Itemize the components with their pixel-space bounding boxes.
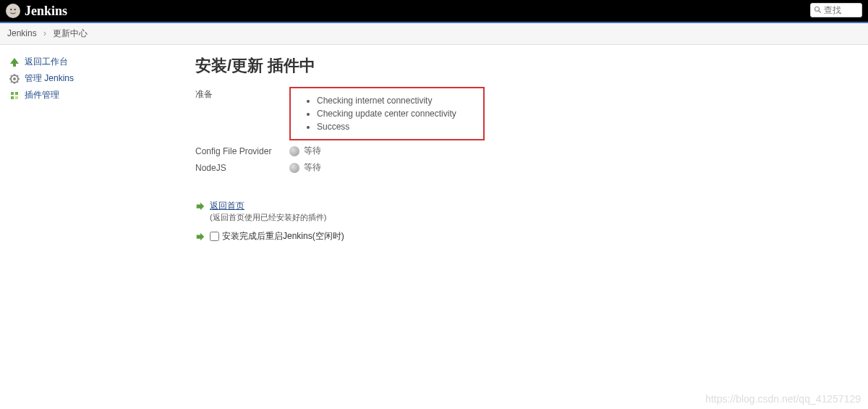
svg-point-6	[13, 77, 16, 80]
prepare-row: 准备 Checking internet connectivity Checki…	[195, 87, 861, 140]
top-bar: Jenkins	[0, 0, 868, 22]
svg-point-0	[7, 5, 19, 17]
restart-checkbox[interactable]	[210, 232, 219, 241]
prepare-status-box: Checking internet connectivity Checking …	[289, 87, 485, 140]
svg-point-3	[815, 7, 820, 12]
spinner-icon	[289, 146, 299, 156]
search-input[interactable]	[822, 5, 859, 15]
gear-icon	[9, 73, 20, 85]
back-home-sub: (返回首页使用已经安装好的插件)	[210, 213, 326, 222]
prepare-item: Checking update center connectivity	[317, 107, 472, 120]
plugin-status: 等待	[304, 161, 321, 174]
install-row: NodeJS 等待	[195, 161, 861, 174]
search-icon	[814, 6, 822, 14]
prepare-label: 准备	[195, 87, 289, 101]
page-title: 安装/更新 插件中	[195, 55, 861, 77]
install-row: Config File Provider 等待	[195, 145, 861, 157]
back-home-row: 返回首页 (返回首页使用已经安装好的插件)	[195, 200, 861, 223]
sidebar-item-manage-jenkins[interactable]: 管理 Jenkins	[6, 70, 182, 87]
breadcrumb-item-update-center[interactable]: 更新中心	[53, 28, 88, 38]
breadcrumb-item-jenkins[interactable]: Jenkins	[7, 28, 37, 38]
up-arrow-icon	[9, 56, 20, 68]
svg-rect-8	[15, 92, 18, 95]
search-box[interactable]	[810, 3, 862, 17]
logo-text: Jenkins	[25, 4, 67, 19]
restart-row: 安装完成后重启Jenkins(空闲时)	[195, 230, 861, 243]
sidebar-item-label: 管理 Jenkins	[25, 72, 74, 85]
plugin-name: Config File Provider	[195, 145, 289, 156]
restart-checkbox-label: 安装完成后重启Jenkins(空闲时)	[222, 230, 344, 243]
spinner-icon	[289, 163, 299, 173]
sidebar-item-label: 插件管理	[25, 89, 59, 101]
jenkins-logo-icon	[6, 4, 20, 18]
svg-rect-9	[11, 96, 14, 99]
svg-rect-7	[11, 92, 14, 95]
sidebar-item-label: 返回工作台	[25, 56, 68, 68]
right-arrow-icon	[195, 232, 205, 242]
back-home-link[interactable]: 返回首页	[210, 201, 244, 211]
svg-point-2	[14, 9, 16, 10]
svg-line-4	[819, 11, 821, 13]
sidebar-item-back-dashboard[interactable]: 返回工作台	[6, 54, 182, 70]
main-content: 安装/更新 插件中 准备 Checking internet connectiv…	[188, 45, 868, 260]
plugin-name: NodeJS	[195, 161, 289, 173]
sidebar: 返回工作台 管理 Jenkins 插件管理	[0, 45, 188, 260]
breadcrumb: Jenkins › 更新中心	[0, 23, 868, 45]
plugin-status: 等待	[304, 145, 321, 157]
svg-rect-10	[15, 96, 18, 99]
plugin-icon	[9, 90, 20, 101]
logo[interactable]: Jenkins	[6, 4, 67, 19]
prepare-item: Checking internet connectivity	[317, 94, 472, 107]
svg-point-1	[10, 9, 12, 10]
sidebar-item-plugin-manager[interactable]: 插件管理	[6, 87, 182, 104]
prepare-item: Success	[317, 120, 472, 133]
breadcrumb-separator: ›	[43, 28, 46, 38]
right-arrow-icon	[195, 201, 205, 211]
